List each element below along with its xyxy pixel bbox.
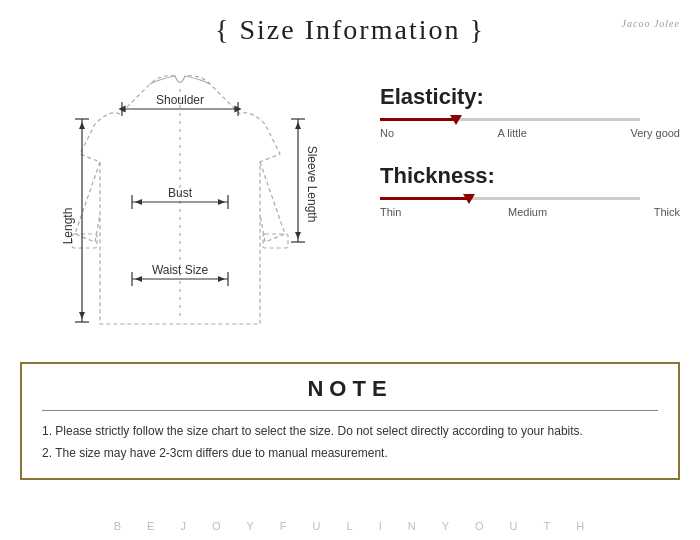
footer-letter-h: H bbox=[576, 520, 586, 532]
svg-marker-28 bbox=[295, 122, 301, 129]
svg-rect-1 bbox=[72, 234, 97, 248]
footer-letter-o: O bbox=[212, 520, 223, 532]
footer-letter-i: I bbox=[379, 520, 384, 532]
elasticity-bar bbox=[380, 118, 640, 121]
note-line-1: 1. Please strictly follow the size chart… bbox=[42, 421, 658, 443]
brand-name: Jacoo Jolee bbox=[622, 18, 680, 29]
main-content: Shoulder Bust Waist Size bbox=[0, 54, 700, 354]
svg-marker-29 bbox=[295, 232, 301, 239]
info-area: Elasticity: No A little Very good Thickn… bbox=[360, 54, 680, 354]
footer-letter-o2: O bbox=[475, 520, 486, 532]
svg-marker-17 bbox=[135, 276, 142, 282]
footer-letter-l: L bbox=[347, 520, 355, 532]
svg-marker-12 bbox=[218, 199, 225, 205]
brace-open: { bbox=[215, 14, 239, 45]
thickness-tick-1: Thin bbox=[380, 206, 401, 218]
shirt-svg-container: Shoulder Bust Waist Size bbox=[20, 54, 340, 344]
thickness-section: Thickness: Thin Medium Thick bbox=[380, 163, 680, 218]
elasticity-bar-bg bbox=[380, 118, 640, 121]
elasticity-section: Elasticity: No A little Very good bbox=[380, 84, 680, 139]
shirt-diagram-svg: Shoulder Bust Waist Size bbox=[20, 54, 340, 344]
thickness-indicator bbox=[463, 194, 475, 204]
note-divider bbox=[42, 410, 658, 411]
svg-marker-11 bbox=[135, 199, 142, 205]
thickness-ticks: Thin Medium Thick bbox=[380, 206, 680, 218]
thickness-bar-bg bbox=[380, 197, 640, 200]
svg-text:Sleeve Length: Sleeve Length bbox=[305, 146, 319, 223]
footer-letter-t: T bbox=[544, 520, 553, 532]
header: { Size Information } Jacoo Jolee bbox=[0, 0, 700, 54]
svg-marker-23 bbox=[79, 312, 85, 319]
note-text: 1. Please strictly follow the size chart… bbox=[42, 421, 658, 464]
elasticity-ticks: No A little Very good bbox=[380, 127, 680, 139]
note-section: NOTE 1. Please strictly follow the size … bbox=[20, 362, 680, 480]
elasticity-tick-2: A little bbox=[498, 127, 527, 139]
thickness-bar bbox=[380, 197, 640, 200]
footer-letter-j: J bbox=[180, 520, 188, 532]
elasticity-indicator bbox=[450, 115, 462, 125]
svg-text:Waist Size: Waist Size bbox=[152, 263, 209, 277]
shirt-diagram-area: Shoulder Bust Waist Size bbox=[20, 54, 360, 354]
note-title: NOTE bbox=[42, 376, 658, 402]
footer-letter-y2: Y bbox=[442, 520, 451, 532]
svg-text:Bust: Bust bbox=[168, 186, 193, 200]
title-text: Size Information bbox=[240, 14, 461, 45]
footer-letter-u2: U bbox=[510, 520, 520, 532]
svg-marker-18 bbox=[218, 276, 225, 282]
thickness-label: Thickness: bbox=[380, 163, 680, 189]
svg-text:Length: Length bbox=[61, 208, 75, 245]
svg-rect-2 bbox=[263, 234, 288, 248]
page-title: { Size Information } bbox=[215, 14, 485, 45]
elasticity-tick-1: No bbox=[380, 127, 394, 139]
elasticity-label: Elasticity: bbox=[380, 84, 680, 110]
svg-text:Shoulder: Shoulder bbox=[156, 93, 204, 107]
footer-letter-u: U bbox=[313, 520, 323, 532]
thickness-bar-fill bbox=[380, 197, 471, 200]
elasticity-bar-fill bbox=[380, 118, 458, 121]
elasticity-tick-3: Very good bbox=[630, 127, 680, 139]
footer-letter-y: Y bbox=[247, 520, 256, 532]
footer: B E J O Y F U L I N Y O U T H bbox=[0, 520, 700, 532]
thickness-tick-3: Thick bbox=[654, 206, 680, 218]
footer-letter-n: N bbox=[408, 520, 418, 532]
footer-letter-e: E bbox=[147, 520, 156, 532]
note-line-2: 2. The size may have 2-3cm differs due t… bbox=[42, 443, 658, 465]
footer-letter-b: B bbox=[114, 520, 123, 532]
thickness-tick-2: Medium bbox=[508, 206, 547, 218]
brace-close: } bbox=[460, 14, 484, 45]
footer-letter-f: F bbox=[280, 520, 289, 532]
svg-marker-22 bbox=[79, 122, 85, 129]
